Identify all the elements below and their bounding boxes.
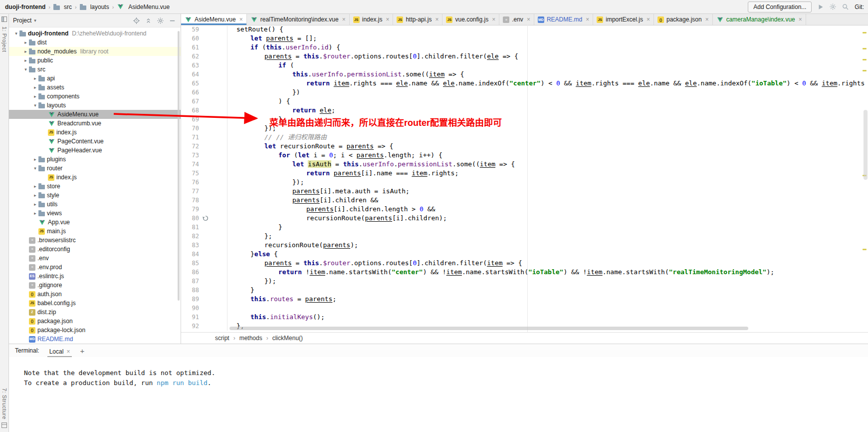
tree-item-views[interactable]: ▸views [9, 209, 181, 218]
code-line-76[interactable]: 76}); [181, 178, 868, 187]
tree-item-dist-zip[interactable]: Zdist.zip [9, 308, 181, 317]
settings-icon[interactable] [830, 3, 836, 10]
error-stripe[interactable] [861, 25, 868, 333]
tree-item-index-js[interactable]: JSindex.js [9, 173, 181, 182]
tree-item-pagecontent-vue[interactable]: PageContent.vue [9, 137, 181, 146]
project-stripe-button[interactable]: 1: Project [1, 26, 7, 52]
editor-tab-env[interactable]: ≡.env× [499, 14, 534, 25]
close-icon[interactable]: × [386, 16, 389, 23]
code-line-88[interactable]: 88} [181, 286, 868, 295]
locate-icon[interactable] [133, 17, 140, 24]
search-icon[interactable] [842, 3, 849, 10]
editor-tab-index-js[interactable]: JSindex.js× [350, 14, 394, 25]
chevron-down-icon[interactable]: ▾ [34, 18, 36, 23]
run-icon[interactable] [818, 4, 824, 10]
line-number[interactable]: 79 [181, 205, 201, 214]
line-number[interactable]: 89 [181, 295, 201, 304]
new-terminal-session-icon[interactable]: + [80, 347, 84, 355]
tree-item-readme-md[interactable]: MDREADME.md [9, 335, 181, 344]
code-breadcrumb-methods[interactable]: methods [239, 335, 262, 342]
terminal-output[interactable]: Note that the development build is not o… [9, 357, 868, 388]
code-line-90[interactable]: 90 [181, 304, 868, 313]
code-line-81[interactable]: 81} [181, 223, 868, 232]
breadcrumb-item-src[interactable]: src [53, 3, 72, 10]
tree-item-dist[interactable]: ▸dist [9, 38, 181, 47]
line-number[interactable]: 66 [181, 88, 201, 97]
tree-item-components[interactable]: ▸components [9, 92, 181, 101]
code-line-66[interactable]: 66}) [181, 88, 868, 97]
code-line-72[interactable]: 72let recursionRoute = parents => { [181, 142, 868, 151]
tree-item-index-js[interactable]: JSindex.js [9, 128, 181, 137]
expand-closed-icon[interactable]: ▸ [22, 38, 29, 47]
expand-open-icon[interactable]: ▾ [32, 101, 38, 110]
code-line-59[interactable]: 59setRoute() { [181, 25, 868, 34]
close-icon[interactable]: × [586, 16, 589, 23]
tree-item-assets[interactable]: ▸assets [9, 83, 181, 92]
close-icon[interactable]: × [342, 16, 346, 23]
line-number[interactable]: 86 [181, 268, 201, 277]
tree-item-duoji-frontend[interactable]: ▾duoji-frontendD:\zheheWeb\duoji-fronten… [9, 29, 181, 38]
line-number[interactable]: 69 [181, 115, 201, 124]
tree-item-layouts[interactable]: ▾layouts [9, 101, 181, 110]
line-number[interactable]: 68 [181, 106, 201, 115]
line-number[interactable]: 75 [181, 169, 201, 178]
expand-closed-icon[interactable]: ▸ [22, 47, 29, 56]
code-line-77[interactable]: 77parents[i].meta.auth = isAuth; [181, 187, 868, 196]
editor-vscrollbar[interactable] [864, 110, 868, 180]
code-line-67[interactable]: 67) { [181, 97, 868, 106]
line-number[interactable]: 70 [181, 124, 201, 133]
line-number[interactable]: 87 [181, 277, 201, 286]
line-number[interactable]: 61 [181, 43, 201, 52]
code-line-68[interactable]: 68return ele; [181, 106, 868, 115]
project-panel-title[interactable]: Project [13, 17, 31, 24]
code-breadcrumb-script[interactable]: script [215, 335, 229, 342]
editor-tab-http-api-js[interactable]: JShttp-api.js× [393, 14, 442, 25]
code-line-79[interactable]: 79parents[i].children.length > 0 && [181, 205, 868, 214]
expand-open-icon[interactable]: ▾ [13, 29, 19, 38]
line-number[interactable]: 63 [181, 61, 201, 70]
gear-icon[interactable] [157, 17, 164, 24]
project-toolwindow-icon[interactable] [1, 16, 7, 23]
code-breadcrumb-clickmenu[interactable]: clickMenu() [272, 335, 303, 342]
tree-item-package-lock-json[interactable]: {}package-lock.json [9, 326, 181, 335]
tree-item-main-js[interactable]: JSmain.js [9, 227, 181, 236]
close-icon[interactable]: × [239, 16, 243, 23]
breadcrumb-item-layouts[interactable]: layouts [80, 3, 109, 10]
code-line-71[interactable]: 71// // 递归权限路由 [181, 133, 868, 142]
editor-tab-cameramanage-index-vue[interactable]: cameraManage\index.vue× [713, 14, 806, 25]
code-line-78[interactable]: 78parents[i].children && [181, 196, 868, 205]
git-label[interactable]: Git: [855, 3, 864, 10]
expand-open-icon[interactable]: ▾ [22, 65, 29, 74]
code-line-89[interactable]: 89this.routes = parents; [181, 295, 868, 304]
line-number[interactable]: 76 [181, 178, 201, 187]
expand-closed-icon[interactable]: ▸ [32, 155, 38, 164]
code-editor[interactable]: 59setRoute() {60let parents = [];61if (t… [181, 25, 868, 333]
tree-item-pageheader-vue[interactable]: PageHeader.vue [9, 146, 181, 155]
tree-item-app-vue[interactable]: App.vue [9, 218, 181, 227]
hide-panel-icon[interactable] [169, 17, 176, 24]
line-number[interactable]: 71 [181, 133, 201, 142]
collapse-all-icon[interactable] [145, 17, 152, 24]
expand-open-icon[interactable]: ▾ [32, 164, 38, 173]
expand-closed-icon[interactable]: ▸ [32, 74, 38, 83]
code-line-74[interactable]: 74let isAuth = this.userInfo.permissionL… [181, 160, 868, 169]
close-icon[interactable]: × [66, 348, 70, 355]
code-line-82[interactable]: 82}; [181, 232, 868, 241]
line-number[interactable]: 83 [181, 241, 201, 250]
add-configuration-button[interactable]: Add Configuration... [748, 1, 812, 12]
code-line-63[interactable]: 63if ( [181, 61, 868, 70]
expand-closed-icon[interactable]: ▸ [32, 182, 38, 191]
line-number[interactable]: 78 [181, 196, 201, 205]
line-number[interactable]: 60 [181, 34, 201, 43]
line-number[interactable]: 92 [181, 322, 201, 331]
line-number[interactable]: 80 [181, 214, 201, 223]
code-line-60[interactable]: 60let parents = []; [181, 34, 868, 43]
tree-item-browserslistrc[interactable]: ≡.browserslistrc [9, 236, 181, 245]
close-icon[interactable]: × [799, 16, 802, 23]
tree-item-public[interactable]: ▸public [9, 56, 181, 65]
code-line-91[interactable]: 91this.initialKeys(); [181, 313, 868, 322]
editor-tab-package-json[interactable]: {}package.json× [654, 14, 713, 25]
project-scrollbar[interactable] [178, 31, 180, 301]
editor-tab-importexcel-js[interactable]: JSimportExcel.js× [593, 14, 654, 25]
expand-closed-icon[interactable]: ▸ [32, 191, 38, 200]
